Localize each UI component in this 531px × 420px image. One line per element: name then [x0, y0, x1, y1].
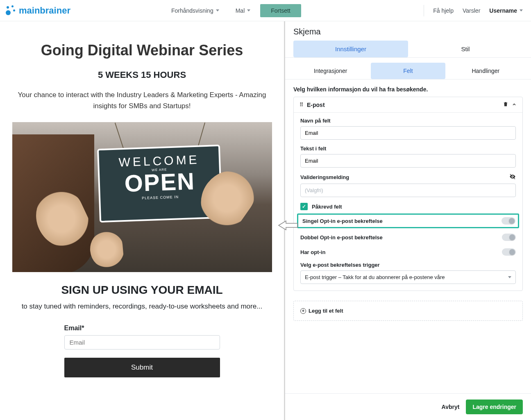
page-title: Going Digital Webinar Series [9, 42, 275, 59]
caret-down-icon [508, 276, 511, 278]
signup-subtitle: to stay tuned with reminders, recordings… [9, 301, 275, 312]
field-card-email: ⠿ E-post Navn på felt [293, 97, 523, 291]
preview-label: Forhåndsvisning [171, 7, 213, 14]
template-dropdown[interactable]: Mal [229, 5, 257, 17]
field-header[interactable]: ⠿ E-post [294, 97, 522, 113]
caret-down-icon [520, 9, 523, 11]
topbar: mainbrainer Forhåndsvisning Mal Fortsett… [0, 0, 531, 21]
email-field[interactable] [64, 335, 220, 350]
plus-circle-icon: + [300, 308, 306, 314]
cancel-button[interactable]: Avbryt [442, 404, 460, 410]
side-footer: Avbryt Lagre endringer [285, 393, 531, 420]
alerts-link[interactable]: Varsler [463, 7, 480, 14]
logo-dots-icon [4, 5, 16, 17]
field-name-label: Navn på felt [300, 118, 516, 124]
countdown-text: 5 WEEKS 15 HOURS [9, 70, 275, 80]
divider [424, 5, 424, 16]
primary-tabs: Innstillinger Stil [285, 41, 531, 58]
has-optin-toggle[interactable] [502, 248, 516, 256]
double-optin-row: Dobbel Opt-in e-post bekreftelse [300, 230, 516, 245]
signup-title: SIGN UP USING YOUR EMAIL [9, 284, 275, 297]
help-link[interactable]: Få hjelp [433, 7, 454, 14]
field-body: Navn på felt Tekst i felt Valideringsmel… [294, 113, 522, 291]
single-optin-label: Singel Opt-in e-post bekreftelse [302, 218, 383, 224]
required-checkbox-row[interactable]: ✓ Påkrevd felt [300, 203, 516, 210]
hero-image: WELCOME WE ARE OPEN PLEASE COME IN [12, 122, 272, 272]
arrow-annotation-icon [278, 220, 298, 231]
double-optin-label: Dobbel Opt-in e-post bekreftelse [300, 234, 383, 241]
template-label: Mal [236, 7, 245, 14]
trigger-value: E-post trigger – Takk for at du abonnere… [305, 274, 445, 280]
has-optin-row: Har opt-in [300, 245, 516, 259]
svg-marker-0 [279, 221, 297, 230]
chevron-up-icon[interactable] [512, 102, 517, 108]
add-field-label: Legg til et felt [309, 308, 343, 314]
tab-settings[interactable]: Innstillinger [293, 41, 408, 57]
has-optin-label: Har opt-in [300, 249, 325, 255]
main: Going Digital Webinar Series 5 WEEKS 15 … [0, 21, 531, 420]
preview-dropdown[interactable]: Forhåndsvisning [165, 5, 226, 17]
add-field-button[interactable]: + Legg til et felt [293, 301, 523, 321]
panel-description: Velg hvilken informasjon du vil ha fra b… [285, 79, 531, 97]
trash-icon[interactable] [503, 101, 508, 108]
field-placeholder-input[interactable] [300, 154, 516, 168]
continue-button[interactable]: Fortsett [260, 4, 301, 17]
checkbox-checked-icon: ✓ [300, 203, 308, 210]
username-dropdown[interactable]: Username [489, 7, 523, 14]
email-label: Email* [64, 325, 220, 332]
eye-off-icon[interactable] [509, 173, 516, 181]
double-optin-toggle[interactable] [502, 234, 516, 241]
side-title: Skjema [285, 21, 531, 41]
validation-label: Valideringsmelding [300, 174, 349, 180]
tab-integrations[interactable]: Integrasjoner [293, 63, 368, 79]
secondary-tabs: Integrasjoner Felt Handlinger [285, 63, 531, 79]
trigger-label: Velg e-post bekreftelses trigger [300, 262, 516, 268]
logo[interactable]: mainbrainer [4, 5, 70, 17]
nav-center: Forhåndsvisning Mal Fortsett [165, 4, 301, 17]
tab-style[interactable]: Stil [408, 41, 523, 57]
field-placeholder-label: Tekst i felt [300, 145, 516, 152]
tab-actions[interactable]: Handlinger [449, 63, 523, 79]
tab-fields[interactable]: Felt [371, 63, 445, 79]
save-button[interactable]: Lagre endringer [466, 400, 523, 414]
form-row: Email* [64, 325, 220, 350]
validation-input[interactable] [300, 184, 516, 197]
nav-right: Få hjelp Varsler Username [424, 5, 523, 16]
lead-text: Your chance to interact with the Industr… [9, 89, 275, 111]
field-header-label: E-post [307, 102, 325, 108]
username-label: Username [489, 7, 517, 14]
single-optin-toggle[interactable] [502, 217, 515, 225]
single-optin-row: Singel Opt-in e-post bekreftelse [297, 213, 519, 228]
side-panel: Skjema Innstillinger Stil Integrasjoner … [285, 21, 531, 420]
preview-pane: Going Digital Webinar Series 5 WEEKS 15 … [0, 21, 285, 420]
caret-down-icon [247, 9, 250, 11]
required-label: Påkrevd felt [312, 204, 342, 210]
caret-down-icon [216, 9, 219, 11]
trigger-select[interactable]: E-post trigger – Takk for at du abonnere… [300, 270, 516, 284]
logo-text: mainbrainer [19, 5, 70, 16]
drag-handle-icon[interactable]: ⠿ [300, 102, 304, 108]
submit-button[interactable]: Submit [64, 358, 220, 377]
field-name-input[interactable] [300, 126, 516, 140]
